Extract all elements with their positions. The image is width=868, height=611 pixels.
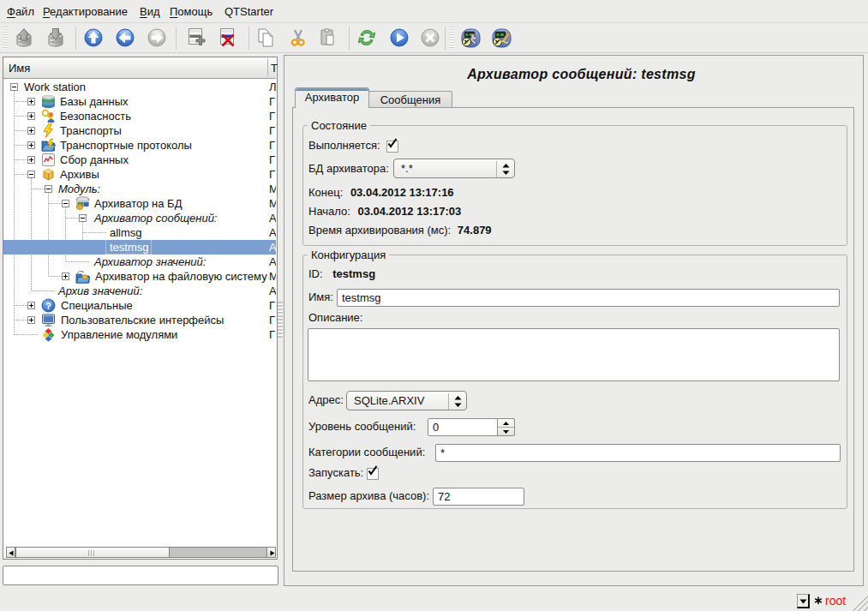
svg-text:?: ? xyxy=(45,301,51,311)
